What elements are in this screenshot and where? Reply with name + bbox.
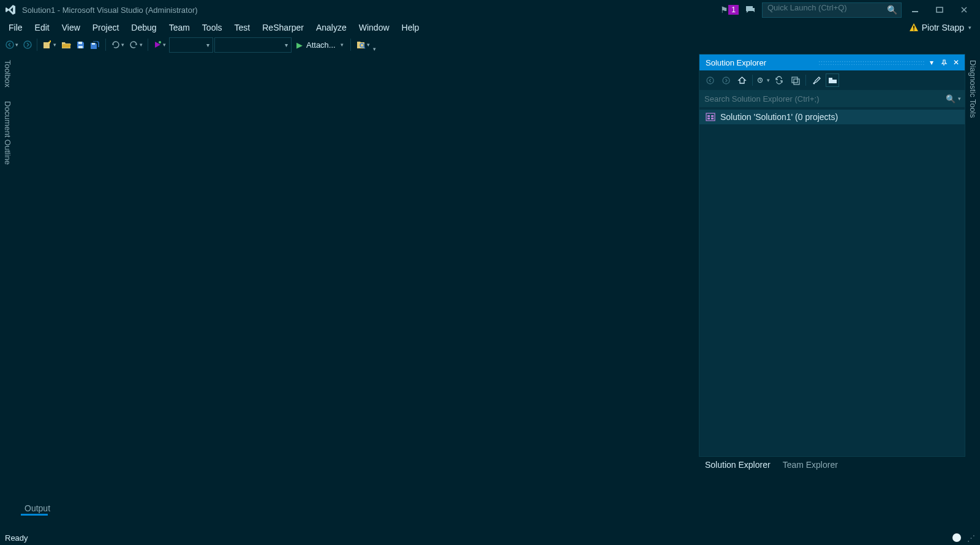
search-icon: 🔍	[887, 5, 897, 15]
new-project-button[interactable]: ▾	[40, 37, 58, 52]
solution-root-node[interactable]: Solution 'Solution1' (0 projects)	[699, 110, 965, 124]
svg-rect-23	[707, 118, 710, 119]
solution-explorer-header[interactable]: Solution Explorer ::::::::::::::::::::::…	[699, 55, 965, 70]
svg-point-13	[723, 77, 729, 84]
user-menu[interactable]: Piotr Stapp ▾	[909, 23, 978, 32]
preview-selected-button[interactable]	[826, 73, 839, 87]
forward-button[interactable]	[719, 73, 733, 87]
nav-back-button[interactable]: ▾	[4, 37, 20, 52]
main-area: Toolbox Document Outline Solution Explor…	[0, 54, 980, 530]
home-button[interactable]	[735, 73, 748, 87]
svg-rect-15	[792, 77, 797, 83]
pending-changes-filter-button[interactable]: ▾	[756, 73, 770, 87]
toolbar-separator	[752, 75, 753, 86]
svg-rect-7	[78, 42, 82, 44]
quick-launch-placeholder: Quick Launch (Ctrl+Q)	[767, 3, 847, 12]
save-button[interactable]	[74, 37, 87, 52]
title-bar: Solution1 - Microsoft Visual Studio (Adm…	[0, 0, 980, 20]
svg-rect-1	[937, 7, 943, 12]
status-bar: Ready ⋰	[0, 530, 980, 545]
menu-tools[interactable]: Tools	[196, 21, 228, 34]
open-file-button[interactable]	[59, 37, 73, 52]
toolbox-tab[interactable]: Toolbox	[2, 58, 13, 90]
menu-analyze[interactable]: Analyze	[310, 21, 353, 34]
chevron-down-icon: ▾	[767, 77, 770, 83]
pin-button[interactable]	[938, 56, 950, 69]
resize-grip-icon[interactable]: ⋰	[967, 533, 975, 543]
refresh-button[interactable]	[788, 73, 802, 87]
svg-rect-8	[78, 46, 83, 48]
chevron-down-icon: ▾	[367, 42, 370, 48]
svg-point-17	[813, 82, 815, 84]
warning-icon	[909, 23, 919, 32]
svg-rect-0	[912, 11, 918, 12]
menu-view[interactable]: View	[56, 21, 86, 34]
solution-explorer-title: Solution Explorer	[706, 58, 813, 67]
toolbar-separator	[148, 39, 148, 51]
menu-file[interactable]: File	[2, 21, 29, 34]
menu-help[interactable]: Help	[396, 21, 426, 34]
chevron-down-icon: ▾	[140, 42, 143, 48]
panel-drag-handle[interactable]: ::::::::::::::::::::::::::::::::::::::::…	[819, 59, 926, 66]
left-rail: Toolbox Document Outline	[0, 54, 15, 530]
sync-active-document-button[interactable]	[772, 73, 786, 87]
menu-team[interactable]: Team	[163, 21, 196, 34]
solution-icon	[706, 112, 715, 122]
solution-root-label: Solution 'Solution1' (0 projects)	[720, 112, 838, 122]
output-tab[interactable]: Output	[20, 502, 55, 514]
menu-resharper[interactable]: ReSharper	[256, 21, 310, 34]
restore-button[interactable]	[929, 1, 951, 18]
menu-test[interactable]: Test	[228, 21, 257, 34]
svg-rect-2	[913, 26, 914, 29]
solution-platform-combo[interactable]	[214, 37, 292, 53]
undo-button[interactable]: ▾	[109, 37, 126, 52]
back-button[interactable]	[703, 73, 717, 87]
nav-forward-button[interactable]	[21, 37, 34, 52]
solution-tree[interactable]: Solution 'Solution1' (0 projects)	[699, 107, 965, 456]
document-outline-tab[interactable]: Document Outline	[2, 99, 13, 167]
close-button[interactable]	[953, 1, 975, 18]
solution-config-combo[interactable]	[169, 37, 213, 53]
find-in-files-button[interactable]: ▾	[354, 37, 372, 52]
sync-status-icon[interactable]	[952, 533, 961, 542]
minimize-button[interactable]	[904, 1, 926, 18]
toolbar-overflow-icon[interactable]: ▾	[373, 46, 376, 52]
start-debugging-button[interactable]: ▾	[151, 37, 168, 52]
svg-rect-21	[707, 115, 710, 117]
solution-explorer-search[interactable]: 🔍 ▾	[699, 90, 965, 107]
menu-project[interactable]: Project	[86, 21, 126, 34]
properties-button[interactable]	[810, 73, 823, 87]
chevron-down-icon: ▾	[15, 42, 18, 48]
save-all-button[interactable]	[88, 37, 102, 52]
solution-explorer-tabstrip: Solution Explorer Team Explorer	[699, 457, 965, 473]
window-title: Solution1 - Microsoft Visual Studio (Adm…	[22, 6, 198, 15]
toolbar-separator	[105, 39, 106, 51]
search-icon: 🔍	[946, 94, 956, 103]
search-input[interactable]	[703, 94, 946, 104]
solution-explorer-panel: Solution Explorer ::::::::::::::::::::::…	[699, 54, 965, 457]
svg-rect-19	[829, 78, 832, 80]
solution-explorer-toolbar: ▾	[699, 70, 965, 90]
notifications-button[interactable]: ⚑ 1	[720, 5, 739, 15]
attach-button[interactable]: ▶ Attach... ▾	[293, 40, 347, 50]
chevron-down-icon: ▾	[958, 96, 961, 102]
redo-button[interactable]: ▾	[127, 37, 145, 52]
notification-count-badge: 1	[728, 5, 739, 15]
svg-point-5	[24, 41, 31, 48]
feedback-icon[interactable]	[745, 4, 756, 15]
toolbar-separator	[350, 39, 351, 51]
chevron-down-icon: ▾	[53, 42, 56, 48]
menu-edit[interactable]: Edit	[29, 21, 56, 34]
menu-window[interactable]: Window	[353, 21, 396, 34]
tab-team-explorer[interactable]: Team Explorer	[777, 457, 844, 473]
quick-launch-input[interactable]: Quick Launch (Ctrl+Q) 🔍	[762, 2, 902, 18]
menu-debug[interactable]: Debug	[125, 21, 162, 34]
close-panel-button[interactable]: ✕	[950, 56, 962, 69]
window-position-button[interactable]: ▾	[925, 56, 938, 69]
menu-bar: File Edit View Project Debug Team Tools …	[0, 20, 980, 36]
svg-rect-18	[829, 80, 837, 83]
vs-logo-icon	[2, 2, 18, 18]
tab-solution-explorer[interactable]: Solution Explorer	[699, 457, 777, 473]
attach-label: Attach...	[306, 40, 336, 50]
diagnostic-tools-tab[interactable]: Diagnostic Tools	[967, 58, 979, 120]
